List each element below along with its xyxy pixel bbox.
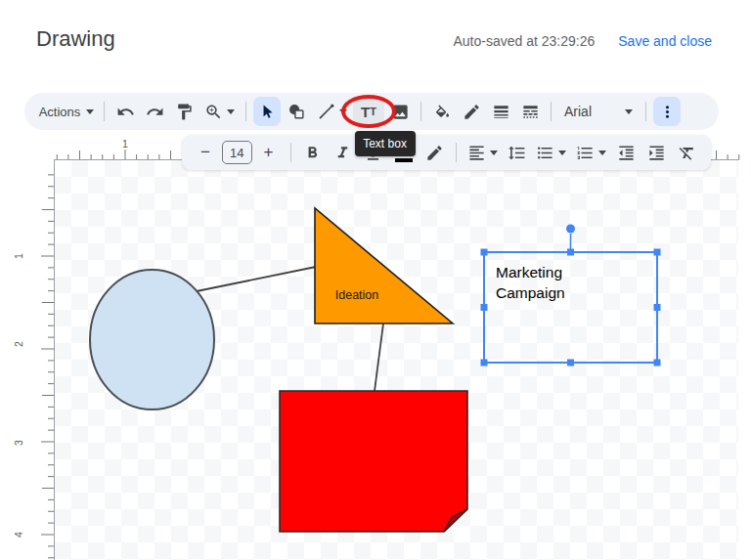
font-size-input[interactable]: 14	[222, 141, 252, 164]
actions-label: Actions	[39, 105, 81, 119]
folded-card-shape[interactable]	[280, 391, 467, 532]
font-family-value: Arial	[564, 104, 592, 119]
decrease-font-size-button[interactable]: −	[192, 138, 219, 167]
align-left-icon	[467, 144, 486, 162]
toolbar-separator	[456, 143, 457, 162]
textbox-text-line1[interactable]: Marketing	[496, 264, 562, 280]
font-family-selector[interactable]: Arial	[558, 97, 639, 126]
bulleted-list-icon	[536, 144, 554, 162]
redo-button[interactable]	[141, 97, 168, 126]
toolbar-separator	[551, 102, 552, 121]
shape-tool-button[interactable]	[283, 97, 310, 126]
chevron-down-icon	[625, 109, 633, 118]
drawing-shapes: Ideation Marketing Campaign	[0, 0, 751, 560]
bold-icon	[303, 144, 322, 162]
underline-button[interactable]: Text box	[360, 138, 387, 167]
fill-color-button[interactable]	[428, 97, 456, 126]
highlighter-pencil-icon	[425, 144, 444, 162]
drawing-dialog: Drawing Auto-saved at 23:29:26 Save and …	[0, 0, 751, 560]
paint-bucket-icon	[433, 103, 452, 121]
line-tool-button[interactable]	[312, 97, 351, 126]
toolbar-separator	[104, 102, 105, 121]
resize-handle-w[interactable]	[481, 304, 488, 311]
line-weight-button[interactable]	[487, 97, 514, 126]
resize-handle-nw[interactable]	[481, 249, 488, 256]
textbox-text-line2[interactable]: Campaign	[496, 284, 565, 301]
actions-menu-button[interactable]: Actions	[36, 97, 97, 126]
resize-handle-n[interactable]	[567, 249, 574, 256]
triangle-shape[interactable]	[315, 208, 453, 323]
undo-button[interactable]	[111, 97, 139, 126]
resize-handle-sw[interactable]	[481, 360, 488, 366]
text-toolbar: − 14 + Text box A	[182, 135, 711, 170]
textbox-tooltip: Text box	[355, 131, 416, 156]
line-dash-icon	[521, 103, 540, 121]
indent-decrease-icon	[617, 144, 636, 162]
decrease-indent-button[interactable]	[612, 138, 640, 167]
resize-handle-ne[interactable]	[654, 249, 661, 256]
toolbar-separator	[245, 102, 246, 121]
zoom-button[interactable]	[199, 97, 239, 126]
highlight-color-button[interactable]	[420, 138, 448, 167]
triangle-label: Ideation	[335, 288, 379, 302]
connector-triangle-card[interactable]	[375, 323, 383, 391]
align-button[interactable]	[464, 138, 500, 167]
italic-icon	[333, 144, 352, 162]
paint-format-button[interactable]	[170, 97, 198, 126]
clear-formatting-button[interactable]	[673, 138, 701, 167]
circle-shape[interactable]	[90, 270, 214, 409]
line-color-button[interactable]	[458, 97, 485, 126]
increase-font-size-button[interactable]: +	[255, 138, 283, 167]
chevron-down-icon	[86, 109, 94, 118]
zoom-in-icon	[204, 103, 223, 121]
line-spacing-button[interactable]	[504, 138, 531, 167]
line-dash-button[interactable]	[516, 97, 544, 126]
insert-image-button[interactable]	[386, 97, 414, 126]
resize-handle-e[interactable]	[654, 304, 661, 311]
chevron-down-icon	[598, 151, 606, 159]
clear-formatting-icon	[678, 144, 696, 162]
line-icon	[317, 103, 335, 121]
bulleted-list-button[interactable]	[534, 138, 569, 167]
select-tool-button[interactable]	[253, 97, 281, 126]
resize-handle-s[interactable]	[567, 360, 574, 366]
line-spacing-icon	[508, 144, 526, 162]
line-weight-icon	[492, 103, 510, 121]
indent-increase-icon	[647, 144, 666, 162]
chevron-down-icon	[227, 109, 235, 118]
shape-icon	[287, 103, 306, 121]
redo-icon	[146, 103, 164, 121]
toolbar-separator	[420, 102, 421, 121]
cursor-arrow-icon	[258, 103, 277, 121]
chevron-down-icon	[339, 109, 347, 118]
bold-button[interactable]	[299, 138, 327, 167]
toolbar-separator	[645, 102, 646, 121]
text-box-button[interactable]: T T	[353, 97, 384, 126]
resize-handle-se[interactable]	[654, 360, 661, 366]
rotation-handle[interactable]	[566, 225, 575, 234]
pencil-icon	[463, 103, 481, 121]
numbered-list-icon	[576, 144, 595, 162]
numbered-list-button[interactable]	[572, 138, 609, 167]
main-toolbar: Actions T	[24, 93, 719, 130]
chevron-down-icon	[490, 151, 498, 159]
chevron-down-icon	[558, 151, 566, 159]
more-options-button[interactable]	[653, 97, 681, 126]
text-box-icon: T	[361, 105, 370, 119]
toolbar-separator	[290, 143, 291, 162]
italic-button[interactable]	[330, 138, 357, 167]
connector-circle-triangle[interactable]	[197, 267, 316, 291]
image-icon	[391, 103, 410, 121]
increase-indent-button[interactable]	[642, 138, 670, 167]
more-vertical-icon	[658, 103, 677, 121]
paint-roller-icon	[175, 103, 194, 121]
undo-icon	[116, 103, 135, 121]
